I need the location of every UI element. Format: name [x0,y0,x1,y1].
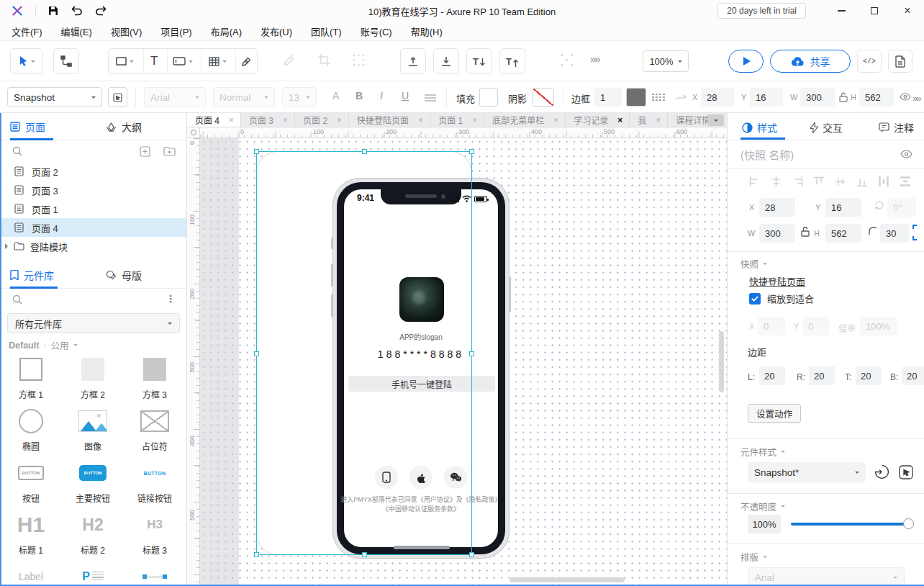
tab-style[interactable]: 样式 [742,120,777,135]
tab-close-icon[interactable]: × [418,115,423,125]
one-tap-login-button[interactable]: 手机号一键登陆 [348,376,495,392]
widget-button[interactable]: BUTTON按钮 [0,456,62,508]
snapshot-widget[interactable]: 9:41 APP的slogan 188****8888 手机号一键登陆 [256,151,472,555]
minimize-button[interactable] [825,0,858,22]
group-points-icon[interactable] [560,53,574,67]
send-to-back-button[interactable] [433,48,459,74]
widget-h2[interactable]: H2标题 2 [62,508,124,559]
h-input[interactable]: 562 [825,224,861,243]
snapshot-page-link[interactable]: 快捷登陆页面 [749,274,805,288]
font-size-select[interactable]: 13 [282,87,317,107]
margin-l-input[interactable]: 20 [759,366,785,385]
page-item[interactable]: 页面 4 [0,218,186,237]
expand-caret-icon[interactable] [5,243,8,249]
menu-item[interactable]: 布局(A) [211,24,242,38]
set-action-button[interactable]: 设置动作 [748,404,801,423]
menu-item[interactable]: 团队(T) [311,24,342,38]
pen-tool-button[interactable] [235,49,257,73]
w-input[interactable]: 300 [759,224,795,243]
menu-item[interactable]: 文件(F) [12,24,42,38]
canvas-tab[interactable]: 页面 4× [187,113,241,127]
margin-b-input[interactable]: 20 [902,366,924,385]
tab-close-icon[interactable]: × [283,115,288,125]
menu-item[interactable]: 视图(V) [111,24,142,38]
crop-icon[interactable] [317,53,331,67]
snapshot-section-header[interactable]: 快照 [740,257,767,271]
canvas-viewport[interactable]: 9:41 APP的slogan 188****8888 手机号一键登陆 [200,138,727,586]
tab-outline[interactable]: 大纲 [106,120,142,134]
widget-style-section-header[interactable]: 元件样式 [740,445,785,459]
underline-button[interactable]: U [402,90,409,102]
opacity-input[interactable]: 100% [748,515,781,533]
selection-handle[interactable] [469,149,474,154]
snap-y-input[interactable]: 0 [802,317,830,335]
page-item[interactable]: 页面 3 [0,181,186,199]
opacity-section-header[interactable]: 不透明度 [740,500,785,513]
border-style-button[interactable] [652,94,665,101]
code-view-button[interactable]: </> [857,50,882,73]
connector-tool-button[interactable] [53,48,79,74]
canvas-tab[interactable]: 学习记录× [566,113,630,127]
align-middle-icon[interactable] [835,176,846,187]
lock-ratio-icon[interactable] [839,92,848,102]
distribute-horizontal-icon[interactable] [879,176,889,186]
vertical-scrollbar[interactable] [719,331,724,392]
select-tool-button[interactable] [10,48,43,74]
distribute-vertical-icon[interactable] [900,176,910,186]
style-overflow-icon[interactable]: »» [912,93,920,104]
bold-button[interactable]: B [355,90,363,102]
tab-close-icon[interactable]: × [656,115,661,125]
tab-interact[interactable]: 交互 [810,120,843,135]
widget-style-select[interactable]: Snapshot* [748,462,866,482]
italic-button[interactable]: I [380,90,383,102]
typography-font-select[interactable]: Arial [748,567,905,586]
zoom-select[interactable]: 100% [643,50,689,72]
tab-close-icon[interactable]: × [617,115,622,125]
eye-icon[interactable] [900,150,912,158]
text-tool-button[interactable]: T [143,49,165,73]
canvas-tab[interactable]: 我× [630,113,668,127]
widget-paragraph[interactable]: P [62,559,124,586]
spec-doc-button[interactable] [888,50,912,73]
corner-select-icon[interactable] [912,225,924,240]
style-picker-button[interactable] [108,87,127,107]
corner-radius-input[interactable]: 30 [880,224,909,243]
align-right-icon[interactable] [792,176,803,186]
rotation-input[interactable]: 0° [887,198,916,217]
bullet-list-button[interactable] [425,94,436,102]
tab-close-icon[interactable]: × [553,115,558,125]
widget-link-button[interactable]: BUTTON链接按钮 [124,456,186,508]
search-icon[interactable] [12,294,22,305]
menu-item[interactable]: 编辑(E) [61,24,92,38]
widget-primary-button[interactable]: BUTTON主要按钮 [62,456,124,508]
arrow-style-button[interactable] [675,93,687,102]
canvas-tab[interactable]: 页面 3× [241,113,295,127]
horizontal-scrollbar[interactable] [509,577,625,582]
page-item[interactable]: 登陆模块 [0,237,186,256]
align-bottom-icon[interactable] [857,176,867,187]
h-input[interactable]: 562 [859,88,894,107]
font-color-button[interactable]: A [332,90,339,102]
fit-to-scale-row[interactable]: 缩放到适合 [749,292,814,305]
widget-label[interactable]: Label [0,559,62,586]
font-family-select[interactable]: Arial [144,87,206,107]
scale-input[interactable]: 100% [860,317,897,335]
widget-name-input[interactable] [740,146,892,163]
maximize-button[interactable] [858,0,891,22]
rectangle-tool-button[interactable] [109,49,141,73]
x-input[interactable]: 28 [759,198,795,217]
canvas-tab[interactable]: 页面 2× [295,113,349,127]
shadow-swatch[interactable] [533,88,554,107]
widget-placeholder[interactable]: 占位符 [124,404,186,456]
widget-box2[interactable]: 方框 2 [62,352,124,404]
update-style-icon[interactable] [874,464,889,479]
widget-ellipse[interactable]: 椭圆 [0,404,62,456]
tab-close-icon[interactable]: × [472,115,477,125]
tab-masters[interactable]: 母版 [106,268,142,282]
page-item[interactable]: 页面 2 [0,162,186,181]
library-group-row[interactable]: Default · 公用 [9,338,78,352]
page-item[interactable]: 页面 1 [0,199,186,218]
widget-box3[interactable]: 方框 3 [124,352,186,404]
library-select[interactable]: 所有元件库 [7,313,180,333]
menu-item[interactable]: 项目(P) [160,24,191,38]
